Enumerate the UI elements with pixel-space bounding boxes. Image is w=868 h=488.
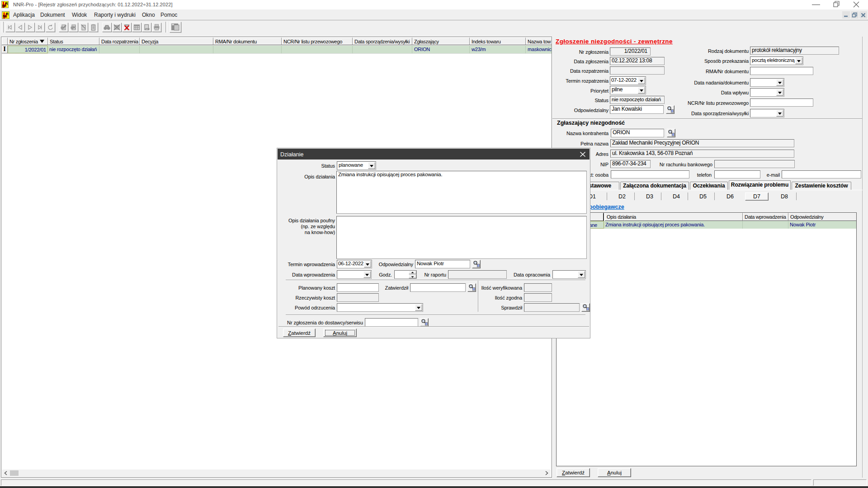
svg-text:N: N xyxy=(2,4,5,8)
svg-text:R: R xyxy=(5,1,8,6)
